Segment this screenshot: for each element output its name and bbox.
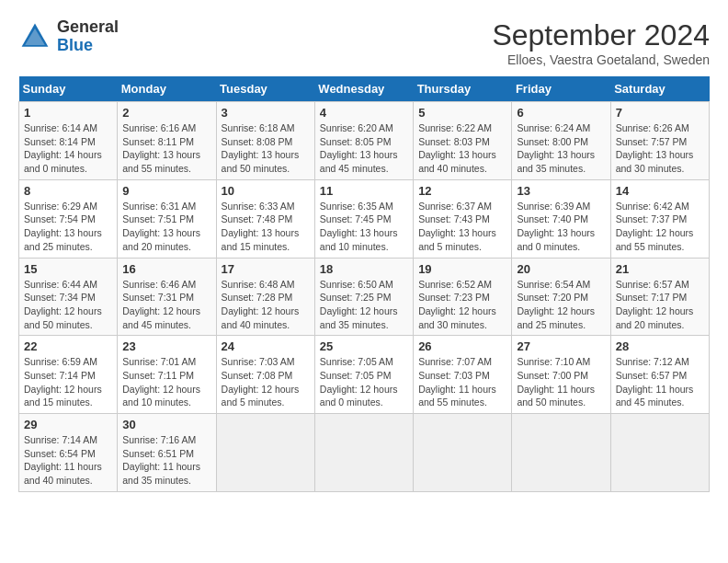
day-info: Sunrise: 7:03 AM Sunset: 7:08 PM Dayligh…: [222, 355, 310, 409]
day-number: 2: [122, 106, 210, 120]
day-info: Sunrise: 7:07 AM Sunset: 7:03 PM Dayligh…: [418, 355, 506, 409]
day-number: 9: [122, 184, 210, 198]
calendar-cell: [216, 414, 314, 492]
day-number: 12: [418, 184, 506, 198]
day-info: Sunrise: 6:24 AM Sunset: 8:00 PM Dayligh…: [517, 121, 605, 176]
header-thursday: Thursday: [414, 76, 512, 102]
calendar-cell: 6Sunrise: 6:24 AM Sunset: 8:00 PM Daylig…: [512, 102, 610, 180]
title-block: September 2024 Elloes, Vaestra Goetaland…: [492, 18, 710, 67]
day-number: 24: [222, 339, 310, 353]
day-number: 4: [320, 106, 408, 120]
day-info: Sunrise: 6:18 AM Sunset: 8:08 PM Dayligh…: [222, 121, 310, 176]
day-number: 7: [616, 106, 704, 120]
header-sunday: Sunday: [19, 76, 118, 102]
day-info: Sunrise: 6:35 AM Sunset: 7:45 PM Dayligh…: [320, 200, 408, 254]
calendar-week-5: 29Sunrise: 7:14 AM Sunset: 6:54 PM Dayli…: [19, 414, 710, 492]
day-number: 15: [24, 262, 112, 276]
day-info: Sunrise: 6:31 AM Sunset: 7:51 PM Dayligh…: [122, 200, 210, 254]
day-info: Sunrise: 7:14 AM Sunset: 6:54 PM Dayligh…: [24, 433, 112, 488]
day-info: Sunrise: 6:48 AM Sunset: 7:28 PM Dayligh…: [222, 278, 310, 332]
calendar-cell: 12Sunrise: 6:37 AM Sunset: 7:43 PM Dayli…: [414, 179, 512, 258]
day-number: 10: [222, 184, 310, 198]
calendar-cell: 11Sunrise: 6:35 AM Sunset: 7:45 PM Dayli…: [314, 179, 413, 258]
header-wednesday: Wednesday: [314, 76, 413, 102]
calendar-cell: 30Sunrise: 7:16 AM Sunset: 6:51 PM Dayli…: [118, 414, 216, 492]
day-number: 18: [320, 262, 408, 276]
calendar-cell: 20Sunrise: 6:54 AM Sunset: 7:20 PM Dayli…: [512, 258, 610, 336]
day-number: 20: [517, 262, 605, 276]
day-info: Sunrise: 6:33 AM Sunset: 7:48 PM Dayligh…: [222, 200, 310, 254]
calendar-cell: 3Sunrise: 6:18 AM Sunset: 8:08 PM Daylig…: [216, 102, 314, 180]
calendar-cell: 25Sunrise: 7:05 AM Sunset: 7:05 PM Dayli…: [314, 336, 413, 414]
page-header: General Blue September 2024 Elloes, Vaes…: [18, 18, 710, 67]
calendar-week-3: 15Sunrise: 6:44 AM Sunset: 7:34 PM Dayli…: [19, 258, 710, 336]
header-monday: Monday: [118, 76, 216, 102]
calendar-week-2: 8Sunrise: 6:29 AM Sunset: 7:54 PM Daylig…: [19, 179, 710, 258]
day-number: 16: [122, 262, 210, 276]
calendar-cell: 13Sunrise: 6:39 AM Sunset: 7:40 PM Dayli…: [512, 179, 610, 258]
day-number: 19: [418, 262, 506, 276]
calendar-cell: [314, 414, 413, 492]
day-info: Sunrise: 6:39 AM Sunset: 7:40 PM Dayligh…: [517, 200, 605, 254]
day-info: Sunrise: 6:54 AM Sunset: 7:20 PM Dayligh…: [517, 278, 605, 332]
day-info: Sunrise: 6:22 AM Sunset: 8:03 PM Dayligh…: [418, 121, 506, 176]
day-number: 30: [122, 418, 210, 431]
calendar-cell: 16Sunrise: 6:46 AM Sunset: 7:31 PM Dayli…: [118, 258, 216, 336]
day-number: 25: [320, 339, 408, 353]
calendar-cell: [414, 414, 512, 492]
header-saturday: Saturday: [610, 76, 709, 102]
calendar-cell: 4Sunrise: 6:20 AM Sunset: 8:05 PM Daylig…: [314, 102, 413, 180]
calendar-cell: 22Sunrise: 6:59 AM Sunset: 7:14 PM Dayli…: [19, 336, 118, 414]
calendar-cell: [512, 414, 610, 492]
day-info: Sunrise: 6:20 AM Sunset: 8:05 PM Dayligh…: [320, 121, 408, 176]
calendar-cell: 8Sunrise: 6:29 AM Sunset: 7:54 PM Daylig…: [19, 179, 118, 258]
logo-general: General: [57, 17, 119, 36]
day-info: Sunrise: 6:50 AM Sunset: 7:25 PM Dayligh…: [320, 278, 408, 332]
day-info: Sunrise: 7:16 AM Sunset: 6:51 PM Dayligh…: [122, 433, 210, 488]
day-info: Sunrise: 6:14 AM Sunset: 8:14 PM Dayligh…: [24, 121, 112, 176]
day-info: Sunrise: 6:42 AM Sunset: 7:37 PM Dayligh…: [616, 200, 704, 254]
calendar-cell: 15Sunrise: 6:44 AM Sunset: 7:34 PM Dayli…: [19, 258, 118, 336]
calendar-cell: 1Sunrise: 6:14 AM Sunset: 8:14 PM Daylig…: [19, 102, 118, 180]
day-info: Sunrise: 6:52 AM Sunset: 7:23 PM Dayligh…: [418, 278, 506, 332]
calendar-cell: [610, 414, 709, 492]
calendar-cell: 26Sunrise: 7:07 AM Sunset: 7:03 PM Dayli…: [414, 336, 512, 414]
day-info: Sunrise: 7:05 AM Sunset: 7:05 PM Dayligh…: [320, 355, 408, 409]
calendar-cell: 29Sunrise: 7:14 AM Sunset: 6:54 PM Dayli…: [19, 414, 118, 492]
calendar-cell: 23Sunrise: 7:01 AM Sunset: 7:11 PM Dayli…: [118, 336, 216, 414]
calendar-cell: 9Sunrise: 6:31 AM Sunset: 7:51 PM Daylig…: [118, 179, 216, 258]
calendar-table: SundayMondayTuesdayWednesdayThursdayFrid…: [18, 76, 710, 492]
day-number: 14: [616, 184, 704, 198]
day-number: 29: [24, 418, 112, 431]
month-title: September 2024: [492, 18, 710, 52]
calendar-cell: 2Sunrise: 6:16 AM Sunset: 8:11 PM Daylig…: [118, 102, 216, 180]
day-info: Sunrise: 6:26 AM Sunset: 7:57 PM Dayligh…: [616, 121, 704, 176]
day-number: 3: [222, 106, 310, 120]
day-info: Sunrise: 6:16 AM Sunset: 8:11 PM Dayligh…: [122, 121, 210, 176]
day-number: 26: [418, 339, 506, 353]
day-number: 17: [222, 262, 310, 276]
day-info: Sunrise: 6:46 AM Sunset: 7:31 PM Dayligh…: [122, 278, 210, 332]
day-number: 23: [122, 339, 210, 353]
calendar-cell: 5Sunrise: 6:22 AM Sunset: 8:03 PM Daylig…: [414, 102, 512, 180]
day-number: 11: [320, 184, 408, 198]
day-number: 22: [24, 339, 112, 353]
header-tuesday: Tuesday: [216, 76, 314, 102]
calendar-body: 1Sunrise: 6:14 AM Sunset: 8:14 PM Daylig…: [19, 102, 710, 492]
day-number: 13: [517, 184, 605, 198]
calendar-cell: 24Sunrise: 7:03 AM Sunset: 7:08 PM Dayli…: [216, 336, 314, 414]
day-info: Sunrise: 7:01 AM Sunset: 7:11 PM Dayligh…: [122, 355, 210, 409]
header-friday: Friday: [512, 76, 610, 102]
calendar-cell: 14Sunrise: 6:42 AM Sunset: 7:37 PM Dayli…: [610, 179, 709, 258]
calendar-cell: 17Sunrise: 6:48 AM Sunset: 7:28 PM Dayli…: [216, 258, 314, 336]
day-info: Sunrise: 6:57 AM Sunset: 7:17 PM Dayligh…: [616, 278, 704, 332]
day-info: Sunrise: 6:44 AM Sunset: 7:34 PM Dayligh…: [24, 278, 112, 332]
calendar-cell: 18Sunrise: 6:50 AM Sunset: 7:25 PM Dayli…: [314, 258, 413, 336]
calendar-week-4: 22Sunrise: 6:59 AM Sunset: 7:14 PM Dayli…: [19, 336, 710, 414]
day-info: Sunrise: 7:10 AM Sunset: 7:00 PM Dayligh…: [517, 355, 605, 409]
day-info: Sunrise: 6:37 AM Sunset: 7:43 PM Dayligh…: [418, 200, 506, 254]
calendar-cell: 19Sunrise: 6:52 AM Sunset: 7:23 PM Dayli…: [414, 258, 512, 336]
calendar-cell: 10Sunrise: 6:33 AM Sunset: 7:48 PM Dayli…: [216, 179, 314, 258]
calendar-cell: 28Sunrise: 7:12 AM Sunset: 6:57 PM Dayli…: [610, 336, 709, 414]
logo-blue: Blue: [57, 36, 93, 54]
